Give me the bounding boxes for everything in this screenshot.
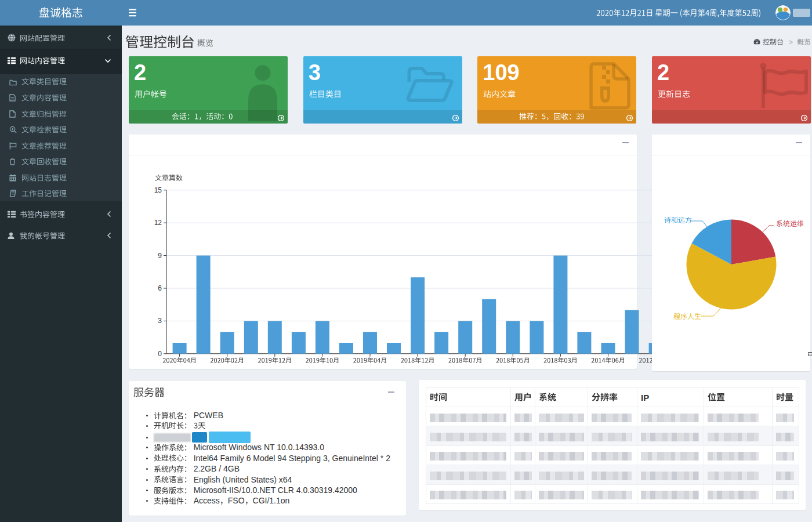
svg-text:3: 3 xyxy=(158,317,162,325)
svg-text:0: 0 xyxy=(158,350,162,358)
svg-text:15: 15 xyxy=(154,186,162,194)
svg-text:9: 9 xyxy=(158,252,162,260)
svg-text:12: 12 xyxy=(154,219,162,227)
svg-text:6: 6 xyxy=(158,284,162,292)
